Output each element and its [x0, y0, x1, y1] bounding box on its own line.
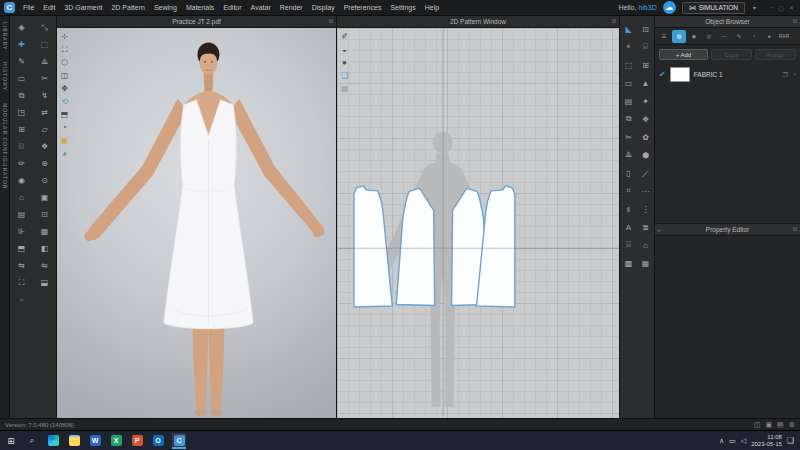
trim-tab-icon[interactable]: ● — [762, 30, 776, 43]
cloud-sync-icon[interactable]: ☁ — [663, 1, 676, 14]
rectangle-tool-icon[interactable]: ▭ — [10, 70, 33, 87]
text-tool-icon[interactable]: A — [620, 218, 637, 236]
clo-app-icon[interactable]: C — [172, 433, 186, 449]
measure-tool-icon[interactable]: ⌂ — [10, 189, 33, 206]
empty[interactable] — [33, 291, 56, 308]
fabric-list-item[interactable]: ✔ FABRIC 1 ❐ ▫ — [655, 63, 800, 85]
basting-icon[interactable]: ⋯ — [637, 182, 654, 200]
cut-icon[interactable]: ✂ — [620, 128, 637, 146]
sparkle-icon[interactable]: ✦ — [637, 92, 654, 110]
settings-gear-icon[interactable]: ⚙ — [789, 421, 795, 429]
start-button[interactable]: ⊞ — [4, 433, 18, 449]
explorer-icon[interactable] — [67, 433, 81, 449]
button-tab-icon[interactable]: ◉ — [687, 30, 701, 43]
grain-tool-icon[interactable]: ⊪ — [10, 223, 33, 240]
curve-tool-icon[interactable]: ⟁ — [33, 53, 56, 70]
print-layout-tool-icon[interactable]: ▤ — [10, 206, 33, 223]
grid-toggle-icon[interactable]: ▦ — [339, 83, 350, 94]
edge-icon[interactable] — [46, 433, 60, 449]
tray-display-icon[interactable]: ▭ — [729, 437, 736, 445]
topstitch-tab-icon[interactable]: — — [717, 30, 731, 43]
pattern-piece-back-right[interactable] — [476, 186, 514, 307]
2d-viewport[interactable]: ✐◒●❏▦ — [337, 28, 619, 418]
stitch-tab-icon[interactable]: ✎ — [732, 30, 746, 43]
notch-tool-icon[interactable]: ⌼ — [10, 138, 33, 155]
measure-2d-icon[interactable]: ≣ — [637, 218, 654, 236]
unfold-icon[interactable]: ⊡ — [637, 20, 654, 38]
menu-item[interactable]: Render — [280, 4, 303, 11]
sync-tool-icon[interactable]: ⇋ — [33, 257, 56, 274]
menu-item[interactable]: 2D Pattern — [111, 4, 144, 11]
swap-tool-icon[interactable]: ⇆ — [10, 257, 33, 274]
flip-tool-icon[interactable]: ⇄ — [33, 104, 56, 121]
pattern-piece-back-left[interactable] — [354, 186, 392, 307]
menu-item[interactable]: Display — [312, 4, 335, 11]
fabric-tab-icon[interactable]: ▨ — [672, 30, 686, 43]
transform-2d-icon[interactable]: ◣ — [620, 20, 637, 38]
align-icon[interactable]: ▲ — [637, 74, 654, 92]
close-icon[interactable]: ✕ — [789, 4, 794, 11]
show-garment-icon[interactable]: ◫ — [59, 70, 70, 81]
simulation-dropdown-caret[interactable]: ▾ — [751, 4, 758, 11]
edit-point-icon[interactable]: ⌖ — [620, 38, 637, 56]
menu-item[interactable]: Avatar — [251, 4, 271, 11]
scissors-tool-icon[interactable]: ✂ — [33, 70, 56, 87]
add-point-tool-icon[interactable]: ✚ — [10, 36, 33, 53]
outlook-icon[interactable]: O — [151, 433, 165, 449]
fabric-swatch[interactable] — [670, 67, 690, 82]
fabric-grid-icon[interactable]: ▦ — [637, 254, 654, 272]
gizmo-tool-icon[interactable]: ⊹ — [59, 31, 70, 42]
pattern-annotation-icon[interactable]: ⌸ — [620, 236, 637, 254]
annotation-tool-icon[interactable]: ▦ — [33, 223, 56, 240]
edit-pattern-2d-icon[interactable]: ✐ — [339, 31, 350, 42]
internal-shape-icon[interactable]: ▤ — [620, 92, 637, 110]
show-silhouette-icon[interactable]: ◒ — [339, 44, 350, 55]
pen-tool-icon[interactable]: ✎ — [10, 53, 33, 70]
menu-item[interactable]: Sewing — [154, 4, 177, 11]
stitch-list-icon[interactable]: ⋮ — [637, 200, 654, 218]
symmetry-tool-icon[interactable]: ❖ — [33, 138, 56, 155]
puckering-tab-icon[interactable]: ≈ — [747, 30, 761, 43]
baseline-tool-icon[interactable]: ⊡ — [33, 206, 56, 223]
layout-split-icon[interactable]: ◫ — [754, 421, 761, 429]
show-fabric-icon[interactable]: ❏ — [339, 70, 350, 81]
free-sew-tool-icon[interactable]: ⊕ — [33, 155, 56, 172]
grading-tool-icon[interactable]: ⊞ — [10, 121, 33, 138]
buttonhole-tab-icon[interactable]: ◎ — [702, 30, 716, 43]
dock-tab[interactable]: MODULAR CONFIGURATOR — [2, 103, 8, 189]
scene-tab-icon[interactable]: ☰ — [657, 30, 671, 43]
transform-pattern-tool-icon[interactable]: ◈ — [10, 19, 33, 36]
layout-icon[interactable]: ⊞ — [637, 56, 654, 74]
dart-icon[interactable]: ⟁ — [620, 146, 637, 164]
menu-item[interactable]: Editor — [223, 4, 241, 11]
colorway-tool-icon[interactable]: ⬓ — [33, 274, 56, 291]
restore-icon[interactable]: ▢ — [778, 4, 784, 11]
fold-tool-icon[interactable]: ⬒ — [10, 240, 33, 257]
polygon-icon[interactable]: ▭ — [620, 74, 637, 92]
reset-view-icon[interactable]: ⟲ — [59, 96, 70, 107]
menu-item[interactable]: Materials — [186, 4, 214, 11]
excel-icon[interactable]: X — [109, 433, 123, 449]
edit-curve-icon[interactable]: ⬚ — [620, 56, 637, 74]
texture-editor-icon[interactable]: ▩ — [620, 254, 637, 272]
popout-icon[interactable]: ⧉ — [329, 18, 333, 25]
show-avatar-icon[interactable]: ⬡ — [59, 57, 70, 68]
render-style-icon[interactable]: ◕ — [59, 148, 70, 159]
dart-tool-icon[interactable]: ◳ — [10, 104, 33, 121]
menu-item[interactable]: Preferences — [344, 4, 382, 11]
pin-tool-icon[interactable]: ◉ — [10, 172, 33, 189]
rar-tab[interactable]: RAR — [777, 30, 791, 43]
texture-tool-icon[interactable]: ▣ — [33, 189, 56, 206]
show-seams-icon[interactable]: ⬒ — [59, 109, 70, 120]
pattern-piece-front-left[interactable] — [396, 188, 434, 305]
fit-tool-icon[interactable]: ⌔ — [10, 291, 33, 308]
move-view-icon[interactable]: ✥ — [59, 83, 70, 94]
simulation-button[interactable]: ⋈ SIMULATION — [682, 2, 745, 14]
popout-icon[interactable]: ⧉ — [793, 18, 797, 25]
seam-allowance-icon[interactable]: ▯ — [620, 164, 637, 182]
show-pins-icon[interactable]: ◔ — [59, 122, 70, 133]
seam-rip-tool-icon[interactable]: ↯ — [33, 87, 56, 104]
notification-center-icon[interactable]: ❏ — [787, 436, 794, 445]
trace-icon[interactable]: ⧉ — [620, 110, 637, 128]
layout-2d-icon[interactable]: ▤ — [777, 421, 784, 429]
